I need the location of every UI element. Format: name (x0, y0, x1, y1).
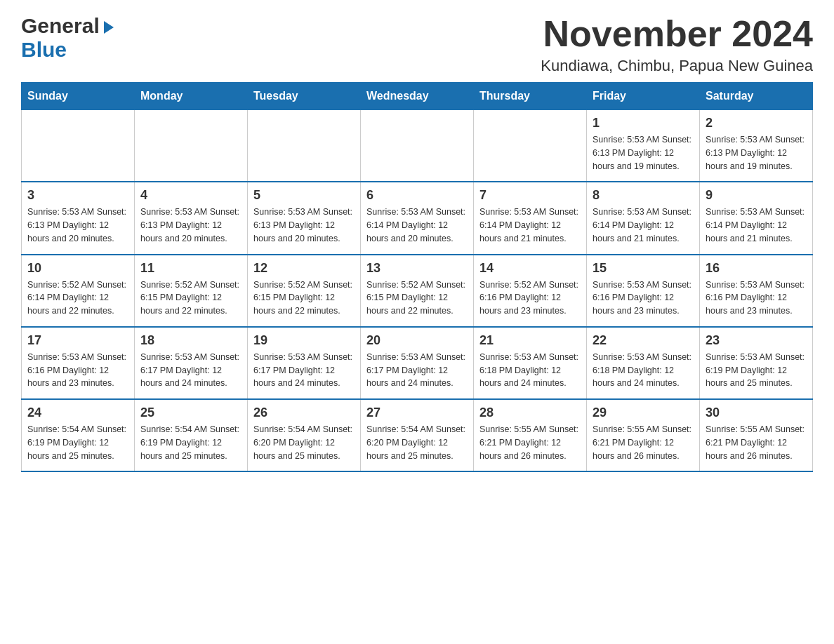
calendar-header-wednesday: Wednesday (361, 83, 474, 110)
calendar-cell: 11Sunrise: 5:52 AM Sunset: 6:15 PM Dayli… (135, 255, 248, 327)
day-number: 6 (366, 188, 468, 203)
day-info: Sunrise: 5:53 AM Sunset: 6:13 PM Dayligh… (253, 206, 355, 245)
day-number: 26 (253, 405, 355, 420)
calendar-table: SundayMondayTuesdayWednesdayThursdayFrid… (21, 82, 813, 472)
day-number: 21 (479, 333, 581, 348)
calendar-cell: 14Sunrise: 5:52 AM Sunset: 6:16 PM Dayli… (474, 255, 587, 327)
calendar-header-row: SundayMondayTuesdayWednesdayThursdayFrid… (22, 83, 813, 110)
location-title: Kundiawa, Chimbu, Papua New Guinea (541, 57, 813, 75)
calendar-header-saturday: Saturday (700, 83, 813, 110)
calendar-cell: 3Sunrise: 5:53 AM Sunset: 6:13 PM Daylig… (22, 182, 135, 254)
calendar-header-friday: Friday (587, 83, 700, 110)
calendar-cell: 12Sunrise: 5:52 AM Sunset: 6:15 PM Dayli… (248, 255, 361, 327)
day-number: 28 (479, 405, 581, 420)
day-info: Sunrise: 5:52 AM Sunset: 6:15 PM Dayligh… (253, 279, 355, 318)
day-info: Sunrise: 5:54 AM Sunset: 6:20 PM Dayligh… (366, 423, 468, 462)
day-info: Sunrise: 5:53 AM Sunset: 6:17 PM Dayligh… (140, 351, 241, 390)
calendar-cell (248, 110, 361, 182)
day-number: 18 (140, 333, 241, 348)
day-info: Sunrise: 5:52 AM Sunset: 6:15 PM Dayligh… (140, 279, 241, 318)
day-number: 8 (593, 188, 694, 203)
calendar-cell: 27Sunrise: 5:54 AM Sunset: 6:20 PM Dayli… (361, 399, 474, 471)
day-number: 10 (27, 261, 128, 276)
day-info: Sunrise: 5:52 AM Sunset: 6:14 PM Dayligh… (27, 279, 128, 318)
calendar-header-thursday: Thursday (474, 83, 587, 110)
day-number: 29 (593, 405, 694, 420)
calendar-week-2: 3Sunrise: 5:53 AM Sunset: 6:13 PM Daylig… (22, 182, 813, 254)
calendar-cell: 1Sunrise: 5:53 AM Sunset: 6:13 PM Daylig… (587, 110, 700, 182)
title-block: November 2024 Kundiawa, Chimbu, Papua Ne… (541, 14, 813, 75)
day-number: 9 (706, 188, 807, 203)
day-number: 1 (593, 116, 694, 130)
calendar-cell (361, 110, 474, 182)
day-info: Sunrise: 5:53 AM Sunset: 6:14 PM Dayligh… (479, 206, 581, 245)
day-number: 25 (140, 405, 241, 420)
day-info: Sunrise: 5:53 AM Sunset: 6:19 PM Dayligh… (706, 351, 807, 390)
calendar-week-3: 10Sunrise: 5:52 AM Sunset: 6:14 PM Dayli… (22, 255, 813, 327)
day-number: 16 (706, 261, 807, 276)
day-number: 30 (706, 405, 807, 420)
calendar-cell: 4Sunrise: 5:53 AM Sunset: 6:13 PM Daylig… (135, 182, 248, 254)
calendar-cell: 6Sunrise: 5:53 AM Sunset: 6:14 PM Daylig… (361, 182, 474, 254)
day-number: 14 (479, 261, 581, 276)
day-number: 15 (593, 261, 694, 276)
day-info: Sunrise: 5:53 AM Sunset: 6:16 PM Dayligh… (27, 351, 128, 390)
calendar-cell: 7Sunrise: 5:53 AM Sunset: 6:14 PM Daylig… (474, 182, 587, 254)
day-number: 24 (27, 405, 128, 420)
calendar-cell: 28Sunrise: 5:55 AM Sunset: 6:21 PM Dayli… (474, 399, 587, 471)
calendar-cell: 9Sunrise: 5:53 AM Sunset: 6:14 PM Daylig… (700, 182, 813, 254)
day-info: Sunrise: 5:54 AM Sunset: 6:19 PM Dayligh… (27, 423, 128, 462)
calendar-cell: 5Sunrise: 5:53 AM Sunset: 6:13 PM Daylig… (248, 182, 361, 254)
calendar-cell: 24Sunrise: 5:54 AM Sunset: 6:19 PM Dayli… (22, 399, 135, 471)
calendar-cell: 20Sunrise: 5:53 AM Sunset: 6:17 PM Dayli… (361, 327, 474, 399)
day-number: 13 (366, 261, 468, 276)
day-number: 7 (479, 188, 581, 203)
calendar-cell: 13Sunrise: 5:52 AM Sunset: 6:15 PM Dayli… (361, 255, 474, 327)
day-number: 3 (27, 188, 128, 203)
logo-general-text: General (21, 14, 100, 38)
svg-marker-0 (104, 21, 114, 34)
month-title: November 2024 (541, 14, 813, 54)
calendar-cell (474, 110, 587, 182)
day-number: 27 (366, 405, 468, 420)
day-info: Sunrise: 5:54 AM Sunset: 6:20 PM Dayligh… (253, 423, 355, 462)
logo: General Blue (21, 14, 115, 62)
day-info: Sunrise: 5:53 AM Sunset: 6:13 PM Dayligh… (593, 133, 694, 173)
day-info: Sunrise: 5:53 AM Sunset: 6:18 PM Dayligh… (479, 351, 581, 390)
calendar-header-monday: Monday (135, 83, 248, 110)
day-info: Sunrise: 5:54 AM Sunset: 6:19 PM Dayligh… (140, 423, 241, 462)
day-number: 23 (706, 333, 807, 348)
logo-triangle-icon (100, 20, 115, 35)
day-info: Sunrise: 5:53 AM Sunset: 6:17 PM Dayligh… (253, 351, 355, 390)
calendar-cell: 26Sunrise: 5:54 AM Sunset: 6:20 PM Dayli… (248, 399, 361, 471)
day-number: 22 (593, 333, 694, 348)
day-info: Sunrise: 5:53 AM Sunset: 6:14 PM Dayligh… (706, 206, 807, 245)
day-info: Sunrise: 5:52 AM Sunset: 6:16 PM Dayligh… (479, 279, 581, 318)
calendar-cell: 25Sunrise: 5:54 AM Sunset: 6:19 PM Dayli… (135, 399, 248, 471)
calendar-cell (135, 110, 248, 182)
calendar-cell: 10Sunrise: 5:52 AM Sunset: 6:14 PM Dayli… (22, 255, 135, 327)
day-info: Sunrise: 5:53 AM Sunset: 6:16 PM Dayligh… (706, 279, 807, 318)
day-number: 11 (140, 261, 241, 276)
page-header: General Blue November 2024 Kundiawa, Chi… (21, 14, 813, 75)
calendar-cell: 30Sunrise: 5:55 AM Sunset: 6:21 PM Dayli… (700, 399, 813, 471)
day-info: Sunrise: 5:53 AM Sunset: 6:13 PM Dayligh… (27, 206, 128, 245)
day-info: Sunrise: 5:53 AM Sunset: 6:14 PM Dayligh… (593, 206, 694, 245)
calendar-cell: 15Sunrise: 5:53 AM Sunset: 6:16 PM Dayli… (587, 255, 700, 327)
calendar-cell: 16Sunrise: 5:53 AM Sunset: 6:16 PM Dayli… (700, 255, 813, 327)
logo-blue-text: Blue (21, 38, 67, 61)
calendar-cell: 21Sunrise: 5:53 AM Sunset: 6:18 PM Dayli… (474, 327, 587, 399)
day-number: 12 (253, 261, 355, 276)
calendar-cell: 8Sunrise: 5:53 AM Sunset: 6:14 PM Daylig… (587, 182, 700, 254)
day-info: Sunrise: 5:53 AM Sunset: 6:13 PM Dayligh… (140, 206, 241, 245)
day-number: 17 (27, 333, 128, 348)
day-number: 19 (253, 333, 355, 348)
day-info: Sunrise: 5:53 AM Sunset: 6:16 PM Dayligh… (593, 279, 694, 318)
day-info: Sunrise: 5:52 AM Sunset: 6:15 PM Dayligh… (366, 279, 468, 318)
day-number: 20 (366, 333, 468, 348)
day-info: Sunrise: 5:55 AM Sunset: 6:21 PM Dayligh… (479, 423, 581, 462)
day-info: Sunrise: 5:55 AM Sunset: 6:21 PM Dayligh… (593, 423, 694, 462)
calendar-week-5: 24Sunrise: 5:54 AM Sunset: 6:19 PM Dayli… (22, 399, 813, 471)
calendar-cell: 29Sunrise: 5:55 AM Sunset: 6:21 PM Dayli… (587, 399, 700, 471)
calendar-header-sunday: Sunday (22, 83, 135, 110)
